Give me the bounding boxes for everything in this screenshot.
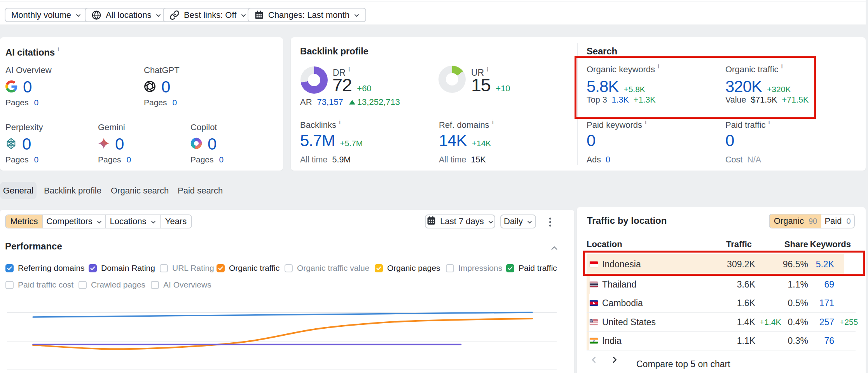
column-header-keywords[interactable]: Keywords [810, 239, 851, 249]
ai-pages-count[interactable]: 0 [127, 155, 131, 164]
location-row-thailand[interactable]: Thailand3.6K1.1%69 [587, 275, 856, 294]
paid-count: 0 [846, 217, 851, 226]
organic-traffic-value[interactable]: 320K [725, 77, 762, 96]
ai-citations-count[interactable]: 0 [115, 137, 124, 151]
backlinks-value-row: 5.7M +5.7M [300, 131, 363, 150]
metric-checkbox-url-rating[interactable]: URL Rating [160, 263, 214, 273]
metric-checkbox-organic-pages[interactable]: Organic pages [375, 263, 440, 273]
ai-citations-count[interactable]: 0 [161, 80, 170, 94]
years-tab[interactable]: Years [161, 215, 191, 228]
location-row-cambodia[interactable]: Cambodia1.6K0.5%171 [587, 294, 856, 313]
ai-pages-count[interactable]: 0 [173, 98, 177, 107]
dr-value: 72 [332, 76, 351, 94]
ai-source-label: ChatGPT [144, 65, 180, 75]
ai-pages-count[interactable]: 0 [34, 155, 39, 164]
metric-checkbox-impressions[interactable]: Impressions [446, 263, 502, 273]
share-bar [587, 313, 589, 331]
info-icon[interactable]: i [645, 119, 646, 125]
location-share: 0.4% [788, 317, 808, 327]
ai-citations-count[interactable]: 0 [208, 137, 217, 151]
ar-value[interactable]: 73,157 [317, 97, 343, 107]
metric-checkbox-crawled-pages[interactable]: Crawled pages [79, 280, 145, 289]
link-icon [169, 10, 180, 20]
metrics-tab[interactable]: Metrics [6, 215, 43, 228]
ai-citations-count[interactable]: 0 [22, 137, 31, 151]
info-icon[interactable]: i [487, 66, 488, 73]
metric-checkbox-organic-traffic[interactable]: Organic traffic [217, 263, 279, 273]
tab-organic-search[interactable]: Organic search [111, 182, 169, 199]
monthly-volume-dropdown[interactable]: Monthly volume [5, 8, 88, 22]
granularity-dropdown[interactable]: Daily [500, 214, 536, 228]
ar-label: AR [300, 97, 312, 107]
location-keywords-link[interactable]: 171 [819, 298, 834, 309]
paid-keywords-value[interactable]: 0 [587, 131, 595, 150]
metric-checkbox-label: URL Rating [172, 263, 214, 273]
more-options-button[interactable] [543, 215, 557, 228]
column-header-share[interactable]: Share [784, 239, 808, 249]
column-header-traffic[interactable]: Traffic [726, 239, 752, 249]
domain-rating-donut [300, 66, 328, 94]
metric-checkbox-paid-traffic-cost[interactable]: Paid traffic cost [5, 280, 73, 289]
ref-domains-value-row: 14K +14K [439, 131, 491, 150]
column-header-location[interactable]: Location [587, 239, 622, 249]
performance-chart[interactable] [0, 295, 574, 373]
info-icon[interactable]: i [492, 119, 494, 125]
location-row-united-states[interactable]: United States1.4K+1.4K0.4%257+255 [587, 313, 856, 332]
paid-traffic-label: Paid traffici [725, 119, 770, 130]
ai-pages-count[interactable]: 0 [219, 155, 224, 164]
locations-dropdown[interactable]: Locations [106, 215, 161, 228]
view-switcher: Metrics Competitors Locations Years [5, 214, 192, 228]
chatgpt-icon [144, 80, 156, 94]
metric-checkbox-paid-traffic[interactable]: Paid traffic [506, 263, 557, 273]
top3-delta: +1.3K [634, 95, 656, 105]
date-range-dropdown[interactable]: Last 7 days [425, 214, 495, 228]
metric-checkbox-ai-overviews[interactable]: AI Overviews [151, 280, 211, 289]
metric-checkbox-label: Organic traffic [229, 263, 279, 273]
organic-toggle[interactable]: Organic 90 [770, 214, 821, 228]
location-keywords-link[interactable]: 69 [824, 279, 834, 289]
compare-top5-link[interactable]: Compare top 5 on chart [636, 359, 730, 370]
ai-pages-row: Pages0 [98, 155, 131, 164]
location-row-indonesia[interactable]: Indonesia309.2K96.5%5.2K [587, 254, 856, 275]
info-icon[interactable]: i [339, 119, 341, 125]
ai-citations-count[interactable]: 0 [23, 80, 32, 94]
location-keywords-link[interactable]: 5.2K [816, 259, 834, 270]
info-icon[interactable]: i [58, 46, 59, 52]
tab-paid-search[interactable]: Paid search [178, 182, 223, 199]
info-icon[interactable]: i [348, 66, 350, 73]
all-locations-dropdown[interactable]: All locations [85, 8, 168, 22]
prev-page-button[interactable] [590, 356, 598, 366]
info-icon[interactable]: i [658, 63, 659, 70]
organic-keywords-value[interactable]: 5.8K [587, 77, 618, 96]
chevron-up-icon[interactable] [550, 244, 559, 254]
metric-checkbox-domain-rating[interactable]: Domain Rating [89, 263, 155, 273]
metric-checkbox-label: Organic traffic value [297, 263, 369, 273]
ads-row: Ads 0 [587, 155, 610, 165]
metric-checkbox-referring-domains[interactable]: Referring domains [5, 263, 85, 273]
checkbox-unchecked [446, 264, 454, 272]
info-icon[interactable]: i [781, 63, 783, 70]
ref-domains-value[interactable]: 14K [439, 131, 467, 150]
info-icon[interactable]: i [768, 119, 770, 125]
organic-traffic-label: Organic traffici [725, 64, 783, 75]
location-keywords-link[interactable]: 76 [824, 336, 834, 346]
location-share: 96.5% [783, 259, 808, 270]
tab-backlink-profile[interactable]: Backlink profile [44, 182, 101, 199]
ai-pages-count[interactable]: 0 [34, 98, 39, 107]
organic-traffic-value-row: 320K +320K [725, 77, 791, 96]
best-links-dropdown[interactable]: Best links: Off [163, 8, 253, 22]
competitors-dropdown[interactable]: Competitors [43, 215, 106, 228]
ai-pages-row: Pages0 [5, 98, 38, 107]
thailand-flag [590, 281, 598, 287]
changes-dropdown[interactable]: Changes: Last month [248, 8, 366, 22]
dr-delta: +60 [357, 84, 371, 94]
backlinks-value[interactable]: 5.7M [300, 131, 335, 150]
metric-checkbox-organic-traffic-value[interactable]: Organic traffic value [285, 263, 369, 273]
backlink-profile-title: Backlink profile [300, 46, 369, 57]
location-keywords-link[interactable]: 257 [819, 317, 834, 327]
paid-toggle[interactable]: Paid 0 [821, 214, 854, 228]
location-row-india[interactable]: India1.1K0.3%76 [587, 332, 856, 351]
paid-traffic-value[interactable]: 0 [725, 131, 734, 150]
next-page-button[interactable] [610, 356, 619, 366]
tab-general[interactable]: General [0, 182, 37, 199]
